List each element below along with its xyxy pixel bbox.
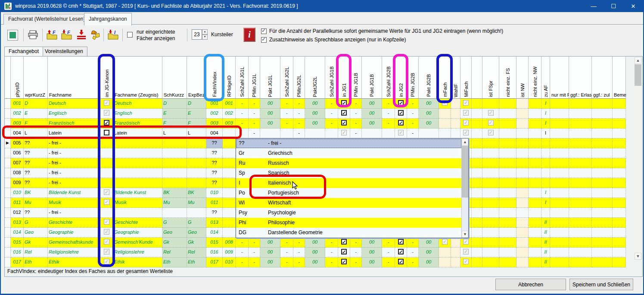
grid-cell-p2b[interactable]: -	[407, 109, 419, 119]
grid-cell-eb[interactable]: Gk	[187, 238, 206, 248]
grid-cell-beme[interactable]	[613, 148, 626, 158]
grid-cell-fvi[interactable]: ??	[206, 208, 223, 218]
grid-cell-beme[interactable]	[613, 138, 626, 148]
grid-cell-nurmitp[interactable]	[550, 129, 569, 138]
grid-cell-beme[interactable]	[613, 248, 626, 257]
grid-cell-wpr[interactable]: BK	[24, 188, 48, 198]
grid-cell-c28[interactable]	[472, 168, 482, 178]
grid-cell-erlas[interactable]	[569, 248, 592, 257]
grid-cell-nefs[interactable]	[499, 188, 516, 198]
spinner-down-button[interactable]: ▼	[202, 35, 208, 40]
grid-cell-nefs[interactable]	[499, 129, 516, 138]
import-f-button[interactable]: F	[60, 28, 73, 41]
grid-cell-p1b[interactable]: -	[350, 109, 362, 119]
maximize-button[interactable]: ☐	[604, 0, 623, 12]
tab-voreinstellungen[interactable]: Voreinstellungen	[40, 47, 87, 56]
grid-cell-sk[interactable]	[162, 178, 187, 188]
grid-cell-a2b[interactable]: 00	[419, 248, 439, 257]
grid-cell-fvi[interactable]: 010	[206, 188, 223, 198]
cell-checkbox[interactable]: ✓	[341, 100, 347, 106]
grid-cell-mfach[interactable]: ✓	[439, 238, 451, 248]
grid-cell-wpr[interactable]: Mu	[24, 198, 48, 208]
link-button[interactable]	[89, 28, 102, 41]
grid-cell-nw[interactable]	[516, 228, 529, 238]
grid-cell-mifach[interactable]: ✓	[460, 248, 472, 257]
grid-cell-a2b[interactable]: 00	[419, 119, 439, 129]
grid-cell-c28[interactable]	[472, 138, 482, 148]
grid-cell-a2l[interactable]: 00	[305, 257, 325, 267]
cell-checkbox[interactable]	[104, 130, 109, 135]
grid-cell-zeugnis[interactable]: Geschichte	[113, 218, 162, 228]
grid-cell-s2b[interactable]	[382, 129, 395, 138]
grid-cell-erlas[interactable]	[569, 228, 592, 238]
grid-cell-beme[interactable]	[613, 208, 626, 218]
grid-cell-nenw[interactable]	[529, 178, 541, 188]
grid-cell-p2b[interactable]: -	[407, 257, 419, 267]
grid-cell-fspr[interactable]	[482, 257, 499, 267]
grid-cell-p2b[interactable]: -	[407, 238, 419, 248]
grid-cell-wahlf[interactable]	[451, 119, 460, 129]
dropdown-scroll-down-icon[interactable]: ▼	[462, 231, 468, 238]
grid-cell-zul[interactable]	[592, 248, 613, 257]
grid-cell-p1l[interactable]: -	[249, 238, 260, 248]
grid-cell-sk[interactable]: Rel	[162, 248, 187, 257]
grid-cell-rf[interactable]: 008	[223, 238, 236, 248]
grid-cell-kanon[interactable]: ✓	[100, 188, 113, 198]
grid-cell-zul[interactable]	[592, 109, 613, 119]
grid-cell-name[interactable]: - frei -	[48, 158, 100, 168]
grid-cell-physid[interactable]: 010	[11, 188, 24, 198]
grid-cell-jg1[interactable]: ✓	[338, 248, 350, 257]
grid-cell-fspr[interactable]	[482, 99, 499, 109]
grid-cell-mifach[interactable]: ✓	[460, 109, 472, 119]
grid-cell-beme[interactable]	[613, 257, 626, 267]
grid-cell-p1b[interactable]: -	[350, 248, 362, 257]
grid-cell-zul[interactable]	[592, 228, 613, 238]
grid-cell-p2l[interactable]: -	[293, 99, 305, 109]
grid-cell-physid[interactable]: 001	[11, 99, 24, 109]
grid-cell-eb[interactable]	[187, 138, 206, 148]
grid-cell-p2l[interactable]: -	[293, 129, 305, 138]
grid-cell-zeugnis[interactable]: Englisch	[113, 109, 162, 119]
grid-cell-eb[interactable]: L	[187, 129, 206, 138]
grid-cell-p1l[interactable]: -	[249, 109, 260, 119]
grid-cell-a1l[interactable]: 00	[260, 119, 280, 129]
grid-cell-nw[interactable]	[516, 158, 529, 168]
grid-cell-zuaf[interactable]	[541, 178, 550, 188]
grid-cell-nw[interactable]	[516, 148, 529, 158]
grid-cell-zuaf[interactable]: II	[541, 257, 550, 267]
grid-cell-physid[interactable]: 014	[11, 228, 24, 238]
grid-cell-a2b[interactable]	[419, 129, 439, 138]
grid-cell-mfach[interactable]	[439, 109, 451, 119]
grid-cell-jg1[interactable]: ✓	[338, 119, 350, 129]
grid-cell-s1b[interactable]: -	[325, 119, 338, 129]
grid-cell-zeugnis[interactable]: Religionslehre	[113, 248, 162, 257]
grid-cell-nefs[interactable]	[499, 218, 516, 228]
grid-cell-s2l[interactable]: -	[280, 257, 293, 267]
grid-cell-wahlf[interactable]	[451, 238, 460, 248]
grid-cell-fvi[interactable]: ??	[206, 138, 223, 148]
grid-cell-p2l[interactable]: -	[293, 257, 305, 267]
grid-cell-p1l[interactable]: -	[249, 99, 260, 109]
grid-cell-zuaf[interactable]: II	[541, 248, 550, 257]
grid-cell-jg2[interactable]: ✓	[395, 248, 407, 257]
grid-cell-physid[interactable]: 003	[11, 119, 24, 129]
grid-cell-fvi[interactable]: 016	[206, 248, 223, 257]
grid-cell-nenw[interactable]	[529, 99, 541, 109]
grid-cell-jg2[interactable]: ✓	[395, 257, 407, 267]
grid-cell-kanon[interactable]: ✓	[100, 198, 113, 208]
grid-cell-zuaf[interactable]	[541, 208, 550, 218]
grid-cell-erlas[interactable]	[569, 158, 592, 168]
grid-cell-c28[interactable]	[472, 109, 482, 119]
dropdown-item[interactable]: WiWirtschaft	[236, 198, 462, 208]
grid-cell-erlas[interactable]	[569, 198, 592, 208]
grid-cell-s2b[interactable]: -	[382, 99, 395, 109]
grid-cell-eb[interactable]: D	[187, 99, 206, 109]
grid-cell-nefs[interactable]	[499, 119, 516, 129]
grid-cell-sk[interactable]: D	[162, 99, 187, 109]
grid-cell-physid[interactable]: 005	[11, 138, 24, 148]
grid-cell-wahlf[interactable]	[451, 109, 460, 119]
grid-cell-fvi[interactable]: 017	[206, 257, 223, 267]
grid-cell-eb[interactable]: Mu	[187, 198, 206, 208]
grid-cell-nefs[interactable]	[499, 138, 516, 148]
grid-cell-jg1[interactable]: ✓	[338, 238, 350, 248]
